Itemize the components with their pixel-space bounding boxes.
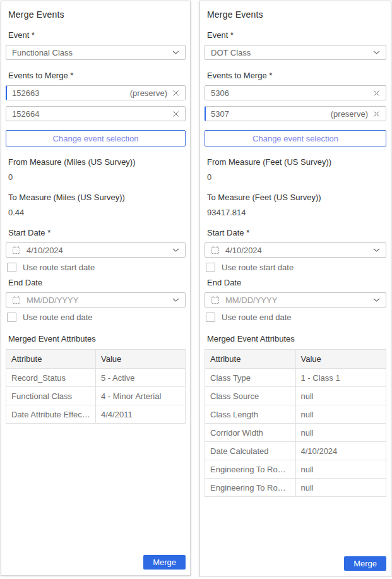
event-label: Event * [8,30,183,40]
attribute-cell: Class Type [205,369,296,387]
value-cell: 4 - Minor Arterial [96,387,186,405]
merged-event-attributes-label: Merged Event Attributes [8,334,183,343]
checkbox-label: Use route end date [222,313,292,322]
value-cell: null [295,460,386,479]
attribute-cell: Date Attribute Effective [6,405,96,424]
table-row: Functional Class 4 - Minor Arterial [6,387,186,405]
from-measure-label: From Measure (Feet (US Survey)) [207,157,384,167]
table-header-row: Attribute Value [205,350,386,369]
event-to-merge-input[interactable]: 5307 (preserve) [205,106,386,121]
attribute-column-header: Attribute [205,350,296,369]
event-id-value: 152664 [12,109,39,119]
value-column-header: Value [295,350,386,369]
change-event-selection-button[interactable]: Change event selection [205,130,386,146]
table-header-row: Attribute Value [6,350,186,369]
chevron-down-icon [373,248,380,252]
use-route-start-date-checkbox[interactable]: Use route start date [206,263,385,272]
value-cell: 5 - Active [96,369,186,387]
start-date-label: Start Date * [207,228,384,238]
checkbox-icon[interactable] [7,263,16,272]
end-date-input[interactable]: MM/DD/YYYY [6,292,186,307]
calendar-icon [211,246,220,254]
start-date-input[interactable]: 4/10/2024 [6,242,186,258]
event-id-value: 5307 [211,109,229,119]
preserve-tag: (preserve) [331,109,368,119]
attribute-cell: Record_Status [6,369,96,387]
value-column-header: Value [96,350,186,369]
merged-event-attributes-label: Merged Event Attributes [207,334,384,343]
chevron-down-icon [172,51,179,54]
attribute-cell: Class Source [205,387,296,405]
value-cell: 1 - Class 1 [295,369,386,387]
end-date-placeholder: MM/DD/YYYY [225,295,277,305]
start-date-input[interactable]: 4/10/2024 [205,242,386,258]
checkbox-icon[interactable] [7,313,16,322]
end-date-input[interactable]: MM/DD/YYYY [205,292,386,307]
from-measure-value: 0 [207,172,384,182]
merge-events-panel-right: Merge Events Event * DOT Class Events to… [199,1,391,577]
remove-event-icon[interactable] [172,110,179,117]
value-cell: null [295,387,386,405]
merge-events-panel-left: Merge Events Event * Functional Class Ev… [1,1,191,576]
merged-attributes-table: Attribute Value Record_Status 5 - Active… [6,349,186,424]
end-date-placeholder: MM/DD/YYYY [27,295,78,305]
value-cell: 4/10/2024 [295,442,386,460]
panel-title: Merge Events [8,9,183,20]
to-measure-value: 0.44 [8,208,183,218]
events-to-merge-label: Events to Merge * [207,71,384,81]
use-route-end-date-checkbox[interactable]: Use route end date [7,313,184,322]
events-to-merge-label: Events to Merge * [8,71,183,81]
event-label: Event * [207,30,384,40]
preserve-tag: (preserve) [130,88,167,98]
calendar-icon [12,295,21,304]
checkbox-label: Use route start date [222,263,294,272]
event-to-merge-input[interactable]: 152663 (preserve) [6,85,186,100]
use-route-end-date-checkbox[interactable]: Use route end date [206,313,385,322]
table-row: Engineering To Route ... null [205,479,386,497]
value-cell: null [295,424,386,442]
table-row: Date Calculated 4/10/2024 [205,442,386,460]
event-select[interactable]: DOT Class [205,45,386,60]
remove-event-icon[interactable] [373,110,380,117]
to-measure-value: 93417.814 [207,208,384,218]
to-measure-label: To Measure (Feet (US Survey)) [207,193,384,203]
event-select-value: DOT Class [211,48,251,57]
start-date-value: 4/10/2024 [27,246,63,255]
remove-event-icon[interactable] [373,90,380,97]
from-measure-label: From Measure (Miles (US Survey)) [8,157,183,167]
use-route-start-date-checkbox[interactable]: Use route start date [7,263,184,272]
start-date-value: 4/10/2024 [225,246,262,255]
merge-button[interactable]: Merge [143,555,186,570]
value-cell: 4/4/2011 [96,405,186,424]
calendar-icon [12,246,21,254]
attribute-cell: Engineering To Route ... [205,479,296,497]
attribute-cell: Date Calculated [205,442,296,460]
end-date-label: End Date [8,278,183,288]
attribute-cell: Engineering To RouteID [205,460,296,479]
event-id-value: 5306 [211,88,229,98]
from-measure-value: 0 [8,172,183,182]
chevron-down-icon [172,248,179,252]
checkbox-icon[interactable] [206,313,215,322]
panel-title: Merge Events [207,9,384,20]
event-to-merge-input[interactable]: 5306 [205,85,386,100]
table-row: Corridor Width null [205,424,386,442]
checkbox-icon[interactable] [206,263,215,272]
value-cell: null [295,405,386,424]
table-row: Engineering To RouteID null [205,460,386,479]
event-to-merge-input[interactable]: 152664 [6,106,186,121]
end-date-label: End Date [207,278,384,288]
chevron-down-icon [373,51,380,54]
attribute-column-header: Attribute [6,350,96,369]
table-row: Class Length null [205,405,386,424]
merge-button[interactable]: Merge [344,556,386,571]
event-select[interactable]: Functional Class [6,45,186,60]
chevron-down-icon [172,298,179,302]
table-row: Class Source null [205,387,386,405]
to-measure-label: To Measure (Miles (US Survey)) [8,193,183,203]
event-id-value: 152663 [12,88,39,98]
start-date-label: Start Date * [8,228,183,238]
remove-event-icon[interactable] [172,90,179,97]
value-cell: null [295,479,386,497]
change-event-selection-button[interactable]: Change event selection [6,130,186,146]
